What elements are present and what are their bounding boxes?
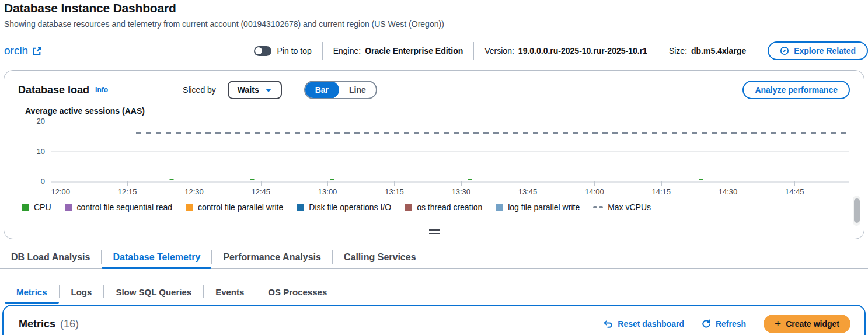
page: Database Instance Dashboard Showing data… <box>0 0 868 335</box>
card-scrollbar-thumb[interactable] <box>854 198 860 223</box>
subtab-os-processes[interactable]: OS Processes <box>256 281 339 302</box>
aas-chart: Average active sessions (AAS) 0102012:00… <box>22 106 849 181</box>
gridline-y-20 <box>51 121 849 121</box>
subtab-events[interactable]: Events <box>204 281 256 302</box>
legend-swatch-icon <box>405 204 412 211</box>
legend-label: os thread creation <box>417 203 482 212</box>
legend-label: Disk file operations I/O <box>309 203 391 212</box>
x-axis-label: 12:30 <box>184 187 204 196</box>
subtab-metrics[interactable]: Metrics <box>5 281 59 302</box>
legend-label: control file parallel write <box>198 203 283 212</box>
tab-database-telemetry[interactable]: Database Telemetry <box>102 246 211 268</box>
legend-label: log file parallel write <box>508 203 580 212</box>
divider <box>322 42 323 60</box>
metrics-title: Metrics <box>19 318 55 330</box>
card-scrollbar-track <box>853 196 860 226</box>
x-axis-tick <box>794 181 795 186</box>
metrics-actions: Reset dashboard Refresh + Create widget <box>604 315 850 333</box>
x-axis-label: 14:00 <box>585 187 604 196</box>
explore-related-button[interactable]: Explore Related <box>768 41 868 60</box>
main-tabs: DB Load Analysis Database Telemetry Perf… <box>0 246 868 269</box>
legend-item[interactable]: control file parallel write <box>186 203 283 212</box>
tab-db-load-analysis[interactable]: DB Load Analysis <box>0 246 101 268</box>
metrics-count: (16) <box>60 318 79 330</box>
external-link-icon <box>32 46 42 56</box>
analyze-performance-button[interactable]: Analyze performance <box>742 81 850 99</box>
aas-bar[interactable] <box>170 179 174 180</box>
page-header: Database Instance Dashboard Showing data… <box>0 0 868 29</box>
aas-bar[interactable] <box>699 179 703 180</box>
x-axis-label: 13:00 <box>318 187 337 196</box>
database-load-title: Database load <box>18 84 89 96</box>
pin-to-top-toggle[interactable] <box>254 46 271 56</box>
legend-item[interactable]: control file sequential read <box>65 203 172 212</box>
y-axis-label: 10 <box>22 146 45 155</box>
database-load-header: Database load Info Sliced by Waits Bar L… <box>4 71 864 99</box>
view-option-line[interactable]: Line <box>339 82 376 98</box>
pin-to-top-control: Pin to top <box>254 46 312 56</box>
view-option-bar[interactable]: Bar <box>305 81 339 99</box>
legend-item[interactable]: Max vCPUs <box>593 203 651 212</box>
sliced-by-label: Sliced by <box>183 85 216 95</box>
legend-swatch-icon <box>496 204 503 211</box>
tab-calling-services[interactable]: Calling Services <box>333 246 427 268</box>
instance-name-label: orclh <box>4 44 28 57</box>
instance-meta: Pin to top Engine: Oracle Enterprise Edi… <box>232 41 868 60</box>
legend-swatch-icon <box>22 204 29 211</box>
aas-bar[interactable] <box>250 179 254 180</box>
create-widget-button[interactable]: + Create widget <box>764 315 850 333</box>
divider <box>243 42 243 60</box>
legend-swatch-icon <box>65 204 72 211</box>
refresh-label: Refresh <box>716 319 746 329</box>
divider <box>757 42 757 60</box>
metrics-panel-header: Metrics (16) Reset dashboard <box>4 306 864 333</box>
engine-label: Engine: <box>333 46 361 55</box>
legend-item[interactable]: CPU <box>22 203 51 212</box>
x-axis-label: 13:30 <box>451 187 470 196</box>
reset-dashboard-label: Reset dashboard <box>618 319 684 329</box>
x-axis-tick <box>728 181 728 186</box>
x-axis-label: 12:15 <box>118 187 137 196</box>
x-axis-tick <box>194 181 194 186</box>
reset-dashboard-button[interactable]: Reset dashboard <box>604 319 684 329</box>
legend-label: control file sequential read <box>77 203 172 212</box>
legend-item[interactable]: Disk file operations I/O <box>297 203 391 212</box>
info-link[interactable]: Info <box>95 86 108 94</box>
plus-icon: + <box>775 318 781 329</box>
legend-item[interactable]: os thread creation <box>405 203 482 212</box>
x-axis-tick <box>394 181 395 186</box>
view-segmented-control: Bar Line <box>304 81 377 99</box>
subtab-logs[interactable]: Logs <box>60 281 104 302</box>
aas-bar[interactable] <box>330 179 334 180</box>
divider <box>473 42 474 60</box>
x-axis-tick <box>594 181 595 186</box>
x-axis-label: 14:30 <box>719 187 738 196</box>
chevron-down-icon <box>265 85 272 95</box>
compass-icon <box>780 46 789 55</box>
x-axis-tick <box>528 181 528 186</box>
database-load-card: Database load Info Sliced by Waits Bar L… <box>4 70 864 239</box>
metrics-panel: Metrics (16) Reset dashboard <box>2 305 866 335</box>
aas-plot: 0102012:0012:1512:3012:4513:0013:1513:30… <box>51 121 849 181</box>
x-axis-tick <box>127 181 128 186</box>
aas-bar[interactable] <box>468 179 472 180</box>
page-title: Database Instance Dashboard <box>4 1 863 15</box>
x-axis-label: 12:45 <box>251 187 270 196</box>
aas-legend: CPUcontrol file sequential readcontrol f… <box>22 203 850 212</box>
tab-performance-analysis[interactable]: Performance Analysis <box>212 246 332 268</box>
instance-bar: orclh Pin to top Engine: Oracle Enterpri… <box>0 41 868 61</box>
slice-dropdown[interactable]: Waits <box>228 81 282 99</box>
subtab-slow-sql-queries[interactable]: Slow SQL Queries <box>104 281 203 302</box>
aas-chart-title: Average active sessions (AAS) <box>25 106 849 116</box>
refresh-button[interactable]: Refresh <box>702 319 746 329</box>
resize-drag-handle[interactable] <box>429 228 440 236</box>
legend-swatch-icon <box>186 204 193 211</box>
legend-item[interactable]: log file parallel write <box>496 203 580 212</box>
x-axis-label: 14:15 <box>651 187 671 196</box>
instance-name-link[interactable]: orclh <box>4 44 42 57</box>
y-axis-label: 0 <box>22 177 45 186</box>
legend-swatch-icon <box>297 204 304 211</box>
size-label: Size: <box>669 46 687 55</box>
x-axis-label: 13:45 <box>518 187 538 196</box>
refresh-icon <box>702 319 711 329</box>
